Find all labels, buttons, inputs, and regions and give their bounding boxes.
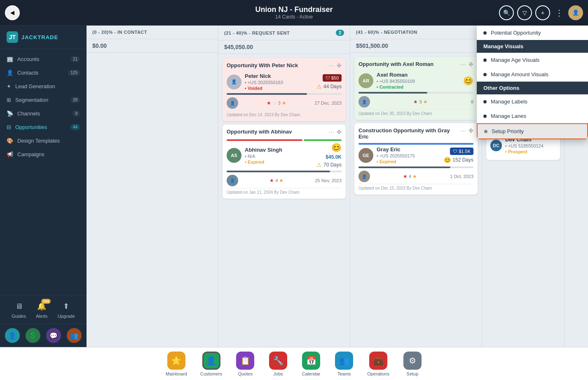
card-peter-nick-menu[interactable]: ··· [329,62,334,70]
design-templates-icon: 🎨 [7,138,13,144]
gray-days: 😊 152 Days [444,157,473,163]
sidebar-dollar-button[interactable]: 💲 [26,328,40,343]
sidebar-chat-button[interactable]: 💬 [46,328,61,343]
dropdown-item-manage-labels[interactable]: Manage Labels [477,94,588,109]
peter-nick-user-avatar: 👤 [227,97,238,109]
jobs-label: Jobs [274,371,283,376]
teams-icon: 👥 [335,352,353,370]
peter-nick-footer: 👤 ★ ☆ 3 ★ 27 Dec, 2023 [227,97,342,109]
bottom-nav-mainboard[interactable]: ⭐ Mainboard [159,348,194,380]
card-peter-nick-drag[interactable]: ✤ [337,62,342,69]
calendar-icon: 📅 [302,352,320,370]
sidebar-person-button[interactable]: 👤 [5,328,20,343]
logo-text: JACKTRADE [21,34,58,40]
card-gray-eric[interactable]: Construction Opportunity with Gray Eric … [354,123,478,195]
gray-user-avatar: 👤 [358,171,370,182]
bottom-nav-setup[interactable]: ⚙ Setup [396,348,429,380]
guides-button[interactable]: 🖥 Guides [12,300,26,319]
card-axel-menu[interactable]: ··· [461,61,466,68]
search-button[interactable]: 🔍 [499,5,514,20]
sidebar-item-design-templates[interactable]: 🎨 Design Templates [0,134,87,148]
upgrade-button[interactable]: ⬆ Upgrade [58,300,75,319]
card-axel-drag[interactable]: ✤ [469,61,473,68]
dropdown-menu: Potential Opportunity Manage Visuals Man… [477,26,588,139]
col-negotiation-title: (41 - 60)% - NEGOTIATION [356,30,417,35]
axel-avatar: AR [358,73,373,88]
gray-rating: 4 [409,174,411,179]
sidebar-item-segmentation[interactable]: ⊞ Segmentation 29 [0,93,87,107]
other-options-label: Other Options [483,85,519,91]
sidebar-icons-row: 👤 💲 💬 👥 [0,324,87,347]
operations-icon: 💼 [369,352,387,370]
contacts-badge: 125 [68,70,80,76]
gray-progress [358,167,473,168]
sidebar-bottom: 🖥 Guides 🔔 269 Alerts ⬆ Upgrade [0,295,87,324]
more-button[interactable]: ⋮ [553,6,565,19]
dropdown-item-manage-age[interactable]: Manage Age Visuals [477,53,588,67]
col-request-sent-cards: Opportunity With Peter Nick ··· ✤ 👤 Pete… [218,54,350,347]
peter-nick-phone: • +US 2025550183 [245,80,313,85]
axel-update: Updated on Dec 30, 2023 By Dev Cham [358,109,473,116]
sidebar-item-campaigns[interactable]: 📢 Campaigns [0,148,87,161]
back-button[interactable]: ◀ [5,5,20,20]
peter-nick-stars: ★ ☆ 3 ★ [267,100,286,106]
gray-name: Gray Eric [377,146,440,152]
dropdown-item-manage-amount[interactable]: Manage Amount Visuals [477,67,588,82]
card-gray-menu[interactable]: ··· [461,127,466,135]
gray-footer: 👤 ★ 4 ★ 1 Oct, 2023 [358,171,473,182]
alerts-button[interactable]: 🔔 269 Alerts [36,300,47,319]
bottom-nav-operations[interactable]: 💼 Operations [361,348,396,380]
axel-status: • Contracted [377,84,460,89]
segmentation-badge: 29 [70,97,80,103]
setup-label: Setup [407,371,419,376]
card-peter-nick[interactable]: Opportunity With Peter Nick ··· ✤ 👤 Pete… [223,58,346,121]
card-gray-title: Construction Opportunity with Gray Eric [358,127,461,140]
card-abhinav-menu[interactable]: ··· [329,129,334,136]
quotes-label: Quotes [238,371,252,376]
abhinav-color-bars [227,139,342,141]
bottom-nav-calendar[interactable]: 📅 Calendar [295,348,328,380]
sidebar-group-button[interactable]: 👥 [67,328,82,343]
accounts-icon: 🏢 [7,56,13,62]
axel-user-avatar: 👤 [358,96,370,108]
alerts-badge: 269 [41,299,51,304]
sidebar-item-opportunities[interactable]: ⊟ Opportunities 44 [0,120,87,134]
col-in-contact-title: (0 - 20)% - IN CONTACT [92,30,147,35]
col-request-sent-amount: $45,050.00 [218,40,350,54]
abhinav-update: Updated on Jan 11, 2024 By Dev Cham [227,188,342,195]
dropdown-item-setup-priority[interactable]: Setup Priority [477,123,588,139]
add-button[interactable]: + [535,5,550,20]
card-axel-roman[interactable]: Opportunity with Axel Roman ··· ✤ AR Axe… [354,57,478,120]
dev-cham-status: • Prospect [505,149,556,154]
gray-update: Updated on Dec 15, 2023 By Dev Cham [358,184,473,190]
abhinav-smiley: 😊 [331,143,342,152]
peter-nick-rating: 3 [278,101,281,106]
manage-amount-label: Manage Amount Visuals [491,71,548,77]
sidebar-item-channels[interactable]: 📡 Channels 9 [0,107,87,120]
user-avatar[interactable]: 👤 [568,5,583,20]
filter-button[interactable]: ▽ [517,5,532,20]
accounts-badge: 21 [70,56,80,62]
bottom-nav-quotes[interactable]: 📋 Quotes [229,348,262,380]
card-abhinav-drag[interactable]: ✤ [337,129,342,135]
card-gray-drag[interactable]: ✤ [469,127,473,134]
col-in-contact-header: (0 - 20)% - IN CONTACT [87,26,218,39]
sidebar-item-accounts[interactable]: 🏢 Accounts 21 [0,52,87,66]
sidebar-item-lead-generation[interactable]: ✦ Lead Generation [0,80,87,93]
sidebar-nav: 🏢 Accounts 21 👤 Contacts 125 ✦ Lead Gene… [0,49,87,295]
abhinav-days: ⚠ 70 Days [316,162,342,168]
contacts-icon: 👤 [7,70,13,76]
setup-icon: ⚙ [403,352,422,370]
header-title-block: Union NJ - Fundraiser 14 Cards - Active [255,5,333,20]
bottom-nav-teams[interactable]: 👥 Teams [328,348,361,380]
bottom-nav: ⭐ Mainboard 👤 Customers 📋 Quotes 🔧 Jobs … [0,347,588,380]
sidebar-item-contacts[interactable]: 👤 Contacts 125 [0,66,87,80]
bottom-nav-jobs[interactable]: 🔧 Jobs [262,348,295,380]
dropdown-item-manage-lanes[interactable]: Manage Lanes [477,109,588,123]
dropdown-section-manage-visuals: Manage Visuals [477,40,588,53]
abhinav-amount: $45.0K [326,154,342,160]
campaigns-icon: 📢 [7,151,13,157]
card-abhinav[interactable]: Opportunity with Abhinav ··· ✤ AS Abhina… [223,124,346,199]
dropdown-item-potential-opportunity[interactable]: Potential Opportunity [477,26,588,40]
bottom-nav-customers[interactable]: 👤 Customers [194,348,229,380]
